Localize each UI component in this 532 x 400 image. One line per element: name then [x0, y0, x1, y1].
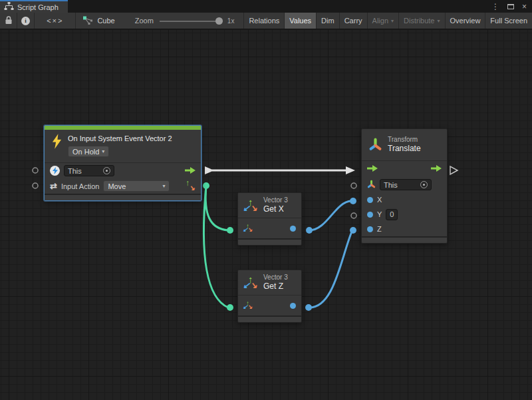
chevron-down-icon: ▾ [391, 18, 394, 24]
flow-out-arrow-icon[interactable] [185, 167, 196, 175]
zoom-slider[interactable] [160, 17, 223, 25]
window-controls: ⋮ × [491, 0, 532, 13]
this-value: This [68, 167, 82, 175]
edge-getx-to-x[interactable] [309, 201, 351, 230]
edge-getz-to-z[interactable] [309, 232, 352, 307]
translate-flow-out-port[interactable] [450, 166, 458, 174]
lightning-icon [51, 134, 63, 150]
flow-in-arrow-icon[interactable] [367, 165, 378, 173]
edge-vector2-to-getz[interactable] [203, 186, 228, 307]
full-screen-label: Full Screen [490, 17, 527, 25]
getz-out-port[interactable] [305, 304, 312, 311]
z-port-dot[interactable] [367, 226, 373, 232]
node-title: Get X [263, 204, 288, 214]
translate-this-field[interactable]: This [380, 179, 432, 190]
zoom-label: Zoom [135, 17, 154, 25]
inspect-button[interactable]: i [17, 13, 35, 29]
chevron-down-icon: ▾ [102, 148, 104, 154]
translate-x-row: X [362, 192, 447, 207]
graph-icon [82, 15, 93, 27]
vector3-in-icon[interactable]: ↑↙↘ [243, 224, 253, 233]
object-picker-icon[interactable] [420, 181, 428, 188]
dim-button[interactable]: Dim [317, 13, 340, 29]
translate-z-port[interactable] [350, 227, 356, 234]
graph-canvas[interactable]: On Input System Event Vector 2 On Hold ▾… [0, 30, 532, 400]
carry-button[interactable]: Carry [340, 13, 368, 29]
z-out-dot[interactable] [290, 303, 296, 309]
node-title: On Input System Event Vector 2 [68, 134, 172, 143]
hierarchy-icon [4, 2, 14, 12]
node-footer [238, 238, 301, 245]
getz-in-port[interactable] [227, 304, 233, 311]
tab-title: Script Graph [17, 3, 59, 11]
node-vector3-get-x[interactable]: ↑↙↘ Vector 3 Get X ↑↙↘ [237, 192, 302, 246]
zoom-slider-handle[interactable] [215, 17, 223, 25]
code-icon: <×> [47, 17, 63, 25]
y-port-dot[interactable] [367, 212, 373, 218]
y-value-field[interactable]: 0 [386, 209, 398, 220]
maximize-icon[interactable] [507, 4, 514, 9]
tab-script-graph[interactable]: Script Graph [0, 0, 68, 13]
flow-out-arrow-icon[interactable] [431, 165, 442, 173]
translate-y-row: Y 0 [362, 207, 447, 222]
relations-button[interactable]: Relations [244, 13, 285, 29]
translate-flow-row [362, 161, 447, 177]
breadcrumb-graph-name[interactable]: Cube [97, 17, 114, 25]
close-icon[interactable]: × [522, 2, 527, 11]
getx-out-port[interactable] [306, 227, 313, 234]
transform-axis-mini-icon [367, 180, 376, 190]
input-action-label: Input Action [61, 182, 100, 190]
relations-label: Relations [249, 17, 279, 25]
dim-label: Dim [321, 17, 334, 25]
node-footer [238, 315, 301, 322]
values-label: Values [289, 17, 311, 25]
getx-in-port[interactable] [227, 227, 233, 234]
x-port-label: X [377, 196, 382, 204]
x-port-dot[interactable] [367, 197, 373, 203]
z-port-label: Z [377, 225, 382, 233]
lock-icon [5, 15, 13, 26]
event-action-port[interactable] [33, 183, 38, 188]
getx-port-row: ↑↙↘ [238, 218, 301, 238]
node-transform-translate[interactable]: Transform Translate [361, 128, 448, 244]
translate-x-port[interactable] [350, 198, 356, 204]
node-category: Vector 3 [263, 274, 288, 282]
event-this-field[interactable]: This [64, 165, 114, 176]
node-category: Vector 3 [263, 196, 288, 204]
node-footer [362, 236, 447, 243]
code-preview-button[interactable]: <×> [35, 13, 76, 29]
script-graph-window: Script Graph ⋮ × i <×> [0, 0, 532, 400]
align-label: Align [372, 17, 388, 25]
menu-icon[interactable]: ⋮ [491, 2, 499, 11]
breadcrumb: Cube Zoom 1x [76, 13, 244, 29]
lock-button[interactable] [0, 13, 17, 29]
translate-y-port[interactable] [351, 213, 356, 218]
graph-toolbar: i <×> Cube Zoom 1x Relations [0, 13, 532, 29]
getz-port-row: ↑↙↘ [238, 296, 301, 315]
y-value: 0 [390, 210, 394, 218]
translate-this-port[interactable] [351, 183, 356, 188]
edge-vector2-to-getx[interactable] [205, 186, 228, 230]
full-screen-button[interactable]: Full Screen [485, 13, 532, 29]
translate-z-row: Z [362, 222, 447, 236]
edge-flow-arrow-end [346, 166, 355, 174]
transform-axis-icon [368, 137, 382, 152]
vector2-out-icon[interactable]: ↑↘ [185, 180, 196, 192]
values-button[interactable]: Values [285, 13, 317, 29]
event-action-row: ⇄ Input Action Move ▾ ↑↘ [45, 178, 201, 194]
vector3-in-icon[interactable]: ↑↙↘ [243, 301, 253, 310]
x-out-dot[interactable] [290, 226, 296, 232]
vector2-out-port[interactable] [203, 182, 209, 189]
vector3-icon: ↑↙↘ [243, 198, 258, 213]
this-value: This [384, 181, 398, 189]
node-vector3-get-z[interactable]: ↑↙↘ Vector 3 Get Z ↑↙↘ [237, 270, 302, 323]
object-picker-icon[interactable] [103, 167, 110, 174]
event-this-port[interactable] [33, 168, 38, 173]
y-port-label: Y [377, 210, 382, 218]
input-action-dropdown[interactable]: Move ▾ [103, 180, 170, 192]
info-icon: i [21, 17, 30, 25]
node-on-input-system-event[interactable]: On Input System Event Vector 2 On Hold ▾… [44, 125, 201, 201]
coroutine-mode-dropdown[interactable]: On Hold ▾ [68, 146, 109, 157]
event-target-icon [50, 166, 60, 176]
overview-button[interactable]: Overview [446, 13, 486, 29]
